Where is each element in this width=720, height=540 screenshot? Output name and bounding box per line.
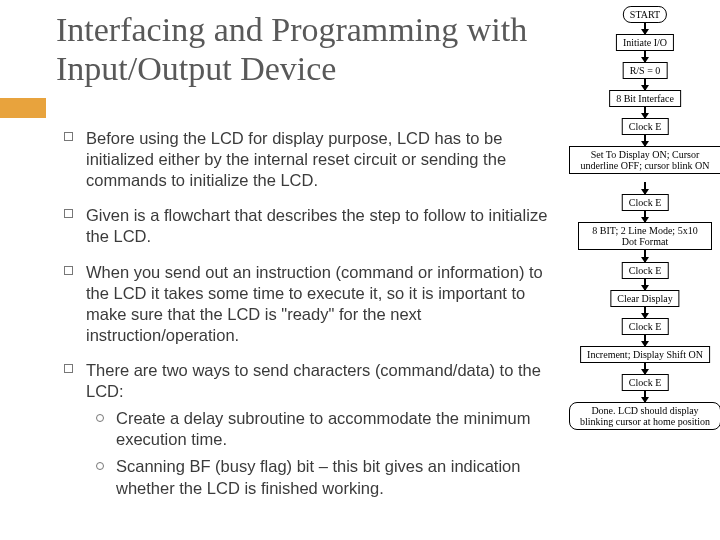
bullet-item: When you send out an instruction (comman… xyxy=(56,262,566,346)
bullet-list: Before using the LCD for display purpose… xyxy=(56,128,566,499)
flow-node: Clock E xyxy=(622,194,669,211)
accent-bar xyxy=(0,98,46,118)
sub-bullet-text: Create a delay subroutine to accommodate… xyxy=(116,409,531,448)
bullet-item: Before using the LCD for display purpose… xyxy=(56,128,566,191)
flow-node: Increment; Display Shift ON xyxy=(580,346,710,363)
flow-node-start: START xyxy=(623,6,667,23)
flow-node-done: Done. LCD should display blinking cursor… xyxy=(569,402,720,430)
slide-title: Interfacing and Programming with Input/O… xyxy=(56,10,536,88)
bullet-text: When you send out an instruction (comman… xyxy=(86,263,543,344)
flow-node: 8 Bit Interface xyxy=(609,90,681,107)
slide-body: Before using the LCD for display purpose… xyxy=(56,128,566,513)
sub-bullet-list: Create a delay subroutine to accommodate… xyxy=(86,408,566,498)
bullet-text: Given is a flowchart that describes the … xyxy=(86,206,547,245)
flow-node: Clock E xyxy=(622,262,669,279)
flow-node: Clock E xyxy=(622,374,669,391)
sub-bullet-item: Scanning BF (busy flag) bit – this bit g… xyxy=(86,456,566,498)
flow-node: Clock E xyxy=(622,118,669,135)
flow-node: Clear Display xyxy=(610,290,679,307)
flow-node: 8 BIT; 2 Line Mode; 5x10 Dot Format xyxy=(578,222,712,250)
slide: Interfacing and Programming with Input/O… xyxy=(0,0,720,540)
bullet-text: Before using the LCD for display purpose… xyxy=(86,129,506,189)
sub-bullet-item: Create a delay subroutine to accommodate… xyxy=(86,408,566,450)
bullet-item: There are two ways to send characters (c… xyxy=(56,360,566,499)
flow-node: Clock E xyxy=(622,318,669,335)
flow-node: Initiate I/O xyxy=(616,34,674,51)
flowchart: START Initiate I/O R/S = 0 8 Bit Interfa… xyxy=(570,0,720,540)
bullet-item: Given is a flowchart that describes the … xyxy=(56,205,566,247)
sub-bullet-text: Scanning BF (busy flag) bit – this bit g… xyxy=(116,457,520,496)
bullet-text: There are two ways to send characters (c… xyxy=(86,361,541,400)
flow-node: R/S = 0 xyxy=(623,62,668,79)
flow-node: Set To Display ON; Cursor underline OFF;… xyxy=(569,146,720,174)
